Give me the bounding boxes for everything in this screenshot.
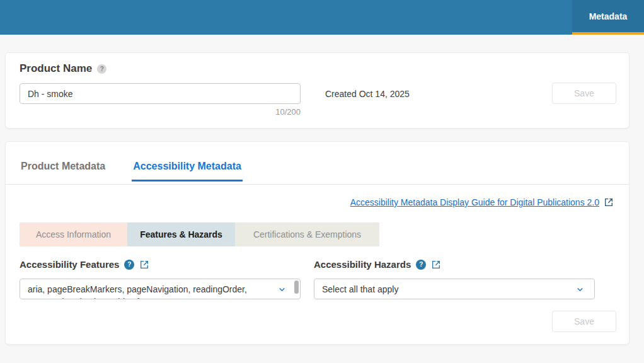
subtab-access-information[interactable]: Access Information (20, 222, 127, 246)
tab-accessibility-metadata[interactable]: Accessibility Metadata (132, 142, 243, 182)
external-link-icon[interactable] (604, 197, 614, 207)
subtab-features-hazards-label: Features & Hazards (140, 229, 222, 239)
metadata-subtabs: Access Information Features & Hazards Ce… (20, 222, 379, 246)
tab-metadata[interactable]: Metadata (572, 0, 644, 35)
features-help-icon[interactable]: ? (124, 260, 134, 270)
metadata-card: Product Metadata Accessibility Metadata … (5, 141, 630, 345)
hazards-label: Accessibility Hazards (314, 259, 411, 270)
features-label-row: Accessibility Features ? (20, 259, 149, 270)
hazards-external-link-icon[interactable] (431, 260, 441, 270)
chevron-down-icon[interactable] (575, 284, 585, 295)
features-scrollbar[interactable] (294, 280, 299, 294)
hazards-placeholder: Select all that apply (322, 283, 569, 296)
subtab-certifications-exemptions[interactable]: Certifications & Exemptions (235, 222, 379, 246)
features-external-link-icon[interactable] (139, 260, 149, 270)
tab-product-metadata[interactable]: Product Metadata (20, 142, 106, 182)
chevron-down-icon[interactable] (277, 284, 287, 295)
features-selected-line1: aria, pageBreakMarkers, pageNavigation, … (28, 283, 275, 296)
features-selected-line2: structuralNavigation, tableOfContents (28, 296, 275, 299)
hazards-help-icon[interactable]: ? (416, 260, 426, 270)
product-name-input[interactable] (20, 83, 301, 104)
char-counter: 10/200 (20, 107, 301, 117)
metadata-tabs: Product Metadata Accessibility Metadata (20, 142, 243, 182)
hazards-multiselect[interactable]: Select all that apply (314, 279, 595, 299)
product-name-card: Product Name ? 10/200 Created Oct 14, 20… (5, 52, 630, 129)
features-multiselect[interactable]: aria, pageBreakMarkers, pageNavigation, … (20, 279, 301, 299)
save-accessibility-metadata-button[interactable]: Save (552, 311, 616, 332)
features-label: Accessibility Features (20, 259, 119, 270)
tab-metadata-label: Metadata (589, 11, 628, 21)
subtab-features-hazards[interactable]: Features & Hazards (127, 222, 235, 246)
product-name-help-icon[interactable]: ? (97, 64, 106, 74)
created-date-label: Created Oct 14, 2025 (325, 89, 410, 99)
subtab-certifications-exemptions-label: Certifications & Exemptions (253, 229, 361, 239)
hazards-label-row: Accessibility Hazards ? (314, 259, 441, 270)
subtab-access-information-label: Access Information (36, 229, 111, 239)
product-name-title-row: Product Name ? (20, 62, 106, 75)
accessibility-guide-link[interactable]: Accessibility Metadata Display Guide for… (350, 197, 599, 207)
product-name-title: Product Name (20, 62, 92, 75)
save-product-name-button[interactable]: Save (552, 83, 616, 104)
top-header-bar: Metadata (0, 0, 644, 35)
features-selected-values: aria, pageBreakMarkers, pageNavigation, … (28, 283, 275, 299)
tabs-divider (6, 184, 629, 185)
guide-link-row: Accessibility Metadata Display Guide for… (350, 197, 614, 207)
